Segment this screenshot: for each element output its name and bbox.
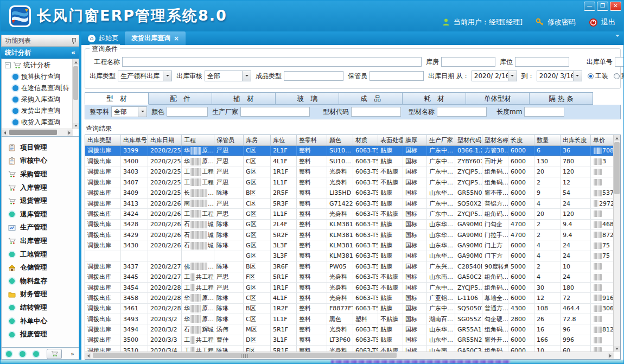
overflow-chevron-icon[interactable]: » (71, 350, 74, 357)
change-password-button[interactable]: 修改密码 (536, 17, 576, 27)
sidebar-item-入库管理[interactable]: 入库管理 (2, 181, 79, 195)
table-row[interactable]: 调拨出库35002020/3/3工共工程曹佳D区3L1F整料LT3P606063… (85, 335, 614, 346)
table-row[interactable]: 调拨出库34032020/2/25工工程严思G区1R1F整料光身料6063-T5… (85, 167, 614, 177)
scroll-right-icon[interactable] (608, 353, 614, 359)
column-header-生产厂家[interactable]: 生产厂家 (427, 135, 455, 145)
material-tab-型材[interactable]: 型 材 (85, 92, 149, 105)
outbound-type-select[interactable]: 生产领料出库 (118, 71, 172, 81)
column-header-表面处理[interactable]: 表面处理 (378, 135, 403, 145)
sidebar-item-出库管理[interactable]: 出库管理 (2, 234, 79, 248)
table-row[interactable]: 调拨出库34542020/2/28工共工程严思G区1R1F整料光身料6063-T… (85, 283, 614, 293)
maximize-button[interactable]: ❐ (597, 2, 608, 11)
column-header-出库类型[interactable]: 出库类型 (85, 135, 121, 145)
table-row[interactable]: 调拨出库34282020/2/26石城陈琳G区2L4F整料KLM38176063… (85, 220, 614, 230)
sidebar-item-项目管理[interactable]: 项目管理 (2, 141, 79, 155)
tree-vertical-scrollbar[interactable] (72, 59, 79, 129)
sidebar-item-财务管理[interactable]: 财务管理 (2, 288, 79, 302)
radio-industrial[interactable] (588, 73, 594, 79)
column-header-数量[interactable]: 数量 (534, 135, 561, 145)
sidebar-item-审核中心[interactable]: 审核中心 (2, 155, 79, 168)
column-header-单价[interactable]: 单价 (591, 135, 614, 145)
scroll-right-icon[interactable] (67, 130, 73, 136)
column-header-长度[interactable]: 长度 (508, 135, 534, 145)
material-tab-辅材[interactable]: 辅 材 (212, 92, 276, 105)
table-row[interactable]: 调拨出库34302020/2/26石城陈琳G区3L3F整料KLM38176063… (85, 240, 614, 251)
column-header-出库长度[interactable]: 出库长度 (561, 135, 591, 145)
column-header-型材代码[interactable]: 型材代码 (455, 135, 482, 145)
tab-close-icon[interactable]: × (174, 35, 179, 42)
tree-item[interactable]: 预算执行查询 (2, 71, 73, 82)
whole-piece-select[interactable]: 全部 (111, 106, 147, 117)
color-input[interactable] (167, 107, 208, 117)
length-input[interactable] (524, 107, 564, 117)
close-button[interactable]: ✕ (610, 2, 621, 11)
table-row[interactable]: 调拨出库34132020/2/26南…严思C区5R3F整料G714226063-… (85, 199, 614, 209)
sidebar-item-补单中心[interactable]: 补单中心 (2, 315, 79, 328)
table-row[interactable]: 调拨出库33992020/2/25华原…严思C区2L1F整料SU10…6063-… (85, 146, 614, 156)
pin-icon[interactable] (72, 38, 75, 44)
tree-root[interactable]: 统计分析 (2, 59, 73, 71)
expander-icon[interactable] (5, 62, 11, 68)
order-no-input[interactable] (615, 57, 624, 67)
sidebar-item-物料盘存[interactable]: 物料盘存 (2, 274, 79, 288)
material-tab-玻璃[interactable]: 玻 璃 (276, 92, 339, 105)
table-row[interactable]: 调拨出库34942020/3/2石辉城汤伟M区5R1F整料光身料6063-T5贴… (85, 324, 614, 335)
radio-home[interactable] (614, 73, 620, 79)
table-row[interactable]: 调拨出库34372020/2/27佛…陈琳B区3R6F整料PW056063-T5… (85, 261, 614, 272)
outbound-audit-select[interactable]: 全部 (205, 71, 251, 81)
collapse-icon[interactable]: « (71, 49, 75, 56)
table-row[interactable]: 调拨出库34582020/2/28华原…陈琳C区4L1F整料光身料6063-T5… (85, 293, 614, 303)
table-row[interactable]: 调拨出库34612020/2/28华原…陈琳B区1R2F整料F8877FT606… (85, 304, 614, 314)
warehouse-input[interactable] (441, 57, 495, 67)
column-header-型材名称[interactable]: 型材名称 (482, 135, 508, 145)
date-to-picker[interactable]: 2020/ 3/16 (537, 71, 582, 81)
table-row[interactable]: 调拨出库34002020/2/25华原…严思C区4L1F整料SU10…6063-… (85, 156, 614, 167)
column-header-出库日期[interactable]: 出库日期 (148, 135, 182, 145)
table-row[interactable]: 调拨出库34242020/2/26工工程严思G区1L1F整料光身料6063-T5… (85, 209, 614, 219)
material-tab-成品[interactable]: 成 品 (339, 92, 403, 105)
material-tab-单体型材[interactable]: 单体型材 (466, 92, 530, 105)
tab-shipment-query[interactable]: 发货出库查询 × (125, 31, 186, 45)
table-row[interactable]: 调拨出库34292020/2/26石城陈琳G区5R2F整料KLM38176063… (85, 230, 614, 240)
date-from-picker[interactable]: 2020/ 2/16 (472, 71, 517, 81)
product-type-input[interactable] (284, 71, 343, 81)
dot-icon[interactable] (20, 351, 26, 357)
scroll-left-icon[interactable] (2, 130, 8, 136)
minimize-button[interactable]: — (584, 2, 595, 11)
location-input[interactable] (515, 57, 569, 67)
table-horizontal-scrollbar[interactable] (85, 352, 614, 359)
sidebar-item-结转管理[interactable]: 结转管理 (2, 301, 79, 315)
keeper-input[interactable] (370, 71, 424, 81)
logout-button[interactable]: 退出 (589, 17, 615, 27)
manufacturer-input[interactable] (240, 107, 310, 117)
table-row[interactable]: 调拨出库34452020/2/27工共工程严思F区5R1F整料光身料6063-T… (85, 272, 614, 283)
scroll-up-icon[interactable] (614, 135, 620, 141)
column-header-材质[interactable]: 材质 (353, 135, 378, 145)
sidebar-item-退货管理[interactable]: 退货管理 (2, 194, 79, 208)
sidebar-item-工地管理[interactable]: 工地管理 (2, 248, 79, 261)
column-header-工程[interactable]: 工程 (182, 135, 214, 145)
table-vertical-scrollbar[interactable] (613, 135, 620, 352)
project-name-input[interactable] (122, 57, 422, 67)
sidebar-item-仓储管理[interactable]: 仓储管理 (2, 261, 79, 274)
profile-code-input[interactable] (351, 107, 401, 117)
tree-item[interactable]: 发货出库查询 (2, 105, 73, 117)
dot-icon[interactable] (6, 351, 12, 357)
sidebar-item-生产管理[interactable]: 生产管理 (2, 221, 79, 235)
cart-shortcut-button[interactable] (47, 349, 62, 359)
material-tab-隔热条[interactable]: 隔 热 条 (530, 92, 593, 105)
column-header-库房[interactable]: 库房 (244, 135, 271, 145)
table-row[interactable]: 调拨出库34092020/2/25长…陈琳B区2R5F整料LI35HD6063-… (85, 188, 614, 199)
tree-horizontal-scrollbar[interactable] (2, 129, 73, 136)
column-header-整零料[interactable]: 整零料 (297, 135, 327, 145)
scroll-down-icon[interactable] (614, 346, 620, 352)
tree-item[interactable]: 收货入库查询 (2, 117, 73, 128)
tab-list-caret-icon[interactable] (615, 37, 620, 44)
sidebar-item-报废管理[interactable]: 报废管理 (2, 328, 79, 341)
column-header-膜厚[interactable]: 膜厚 (403, 135, 427, 145)
table-row[interactable]: 调拨出库34932020/3/2华原…陈琳C区1L1F整料黑色塑料不贴膜国标湖南… (85, 314, 614, 324)
material-tab-耗材[interactable]: 耗 材 (403, 92, 466, 105)
scroll-left-icon[interactable] (85, 353, 91, 359)
scroll-up-icon[interactable] (73, 59, 79, 65)
sidebar-section-header[interactable]: 统计分析 « (1, 47, 79, 59)
